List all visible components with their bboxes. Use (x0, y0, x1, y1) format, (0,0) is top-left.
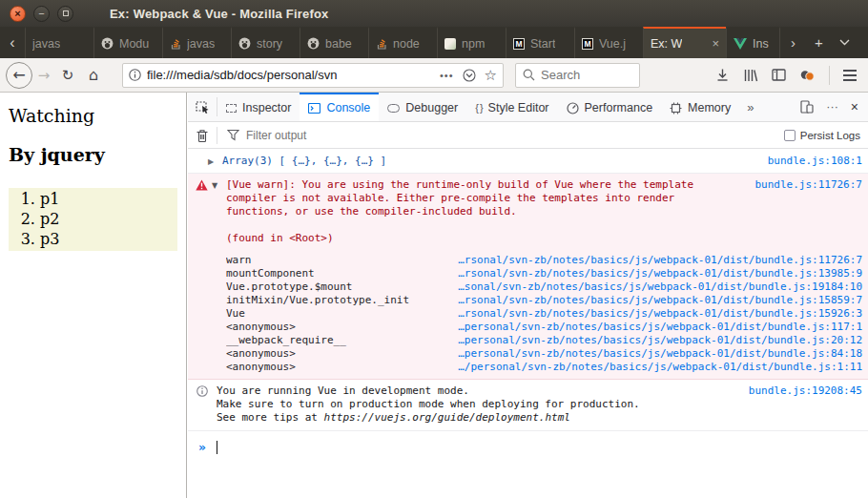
source-link[interactable]: bundle.js:11726:7 (754, 178, 862, 192)
window-controls: × − (10, 6, 73, 22)
filter-output-input[interactable] (246, 129, 784, 142)
stack-frame: mountComponent …rsonal/svn-zb/notes/basi… (226, 267, 862, 280)
memory-chip-icon (670, 102, 682, 114)
filter-funnel-icon[interactable] (227, 129, 239, 141)
prompt-chevrons-icon: » (198, 440, 206, 454)
stack-frame: <anonymous> …/personal/svn-zb/notes/basi… (226, 361, 862, 374)
info-message-line: See more tips at https://vuejs.org/guide… (217, 411, 862, 425)
menu-icon[interactable] (843, 70, 857, 81)
clear-console-trash-icon[interactable] (188, 129, 217, 142)
tab-list-dropdown-button[interactable] (832, 27, 858, 58)
tab-scroll-right-button[interactable]: › (780, 27, 806, 58)
console-input-row[interactable]: » (188, 431, 868, 454)
stack-source-link[interactable]: …sonal/svn-zb/notes/basics/js/webpack-01… (434, 280, 862, 294)
stack-source-link[interactable]: …rsonal/svn-zb/notes/basics/js/webpack-0… (434, 254, 862, 267)
url-bar[interactable]: ••• ☆ (122, 63, 504, 88)
stackoverflow-icon (170, 37, 181, 50)
stack-source-link[interactable]: …rsonal/svn-zb/notes/basics/js/webpack-0… (434, 307, 862, 321)
tab-installation-vue[interactable]: Ins (726, 27, 780, 58)
braces-icon: { } (475, 102, 482, 114)
toolbar-divider (829, 66, 830, 85)
list-item: p1 (40, 189, 177, 209)
stack-source-link[interactable]: …personal/svn-zb/notes/basics/js/webpack… (434, 347, 862, 361)
stack-source-link[interactable]: …personal/svn-zb/notes/basics/js/webpack… (434, 334, 862, 347)
deployment-url: https://vuejs.org/guide/deployment.html (324, 411, 570, 424)
stack-function: <anonymous> (226, 361, 434, 374)
collapse-caret-icon[interactable]: ▼ (212, 179, 217, 193)
window-titlebar: × − Ex: Webpack & Vue - Mozilla Firefox (0, 0, 868, 27)
inspector-icon (226, 104, 237, 113)
tab-close-icon[interactable]: × (712, 36, 719, 51)
page-actions-icon[interactable]: ••• (440, 70, 454, 81)
info-circle-icon (196, 385, 208, 397)
stack-source-link[interactable]: …rsonal/svn-zb/notes/basics/js/webpack-0… (434, 267, 862, 280)
vue-icon (734, 38, 747, 50)
window-minimize-button[interactable]: − (33, 6, 50, 22)
warning-message-line: functions, or use the compiler-included … (226, 205, 862, 218)
stack-frame: <anonymous> …personal/svn-zb/notes/basic… (226, 321, 862, 334)
array-preview-text[interactable]: Array(3) [ {…}, {…}, {…} ] (222, 155, 386, 167)
sidebar-toggle-icon[interactable] (772, 69, 786, 81)
tab-start-medium[interactable]: M Start (506, 27, 574, 58)
downloads-icon[interactable] (715, 68, 730, 82)
responsive-design-icon[interactable] (800, 100, 814, 114)
site-info-icon[interactable] (129, 69, 141, 81)
stack-source-link[interactable]: …personal/svn-zb/notes/basics/js/webpack… (434, 321, 862, 334)
performance-gauge-icon (567, 102, 579, 114)
tab-vuejs-medium[interactable]: M Vue.j (574, 27, 643, 58)
window-maximize-button[interactable] (57, 6, 73, 22)
devtools-tab-debugger[interactable]: Debugger (379, 93, 466, 121)
warning-message-line: compiler is not available. Either pre-co… (226, 192, 862, 205)
reload-button[interactable]: ↻ (55, 67, 80, 84)
console-log-array-row[interactable]: ▶ Array(3) [ {…}, {…}, {…} ] bundle.js:1… (188, 149, 868, 174)
tab-javascript-1[interactable]: javas (25, 27, 93, 58)
tab-modules-github[interactable]: Modu (93, 27, 162, 58)
source-link[interactable]: bundle.js:108:1 (768, 155, 862, 167)
home-button[interactable]: ⌂ (80, 66, 107, 84)
stack-source-link[interactable]: …/personal/svn-zb/notes/basics/js/webpac… (434, 361, 862, 374)
stack-frame: initMixin/Vue.prototype._init …rsonal/sv… (226, 294, 862, 307)
stack-frame: __webpack_require__ …personal/svn-zb/not… (226, 334, 862, 347)
tab-babel-github[interactable]: babe (300, 27, 368, 58)
library-icon[interactable] (743, 69, 758, 82)
devtools-tab-console[interactable]: Console (300, 93, 379, 121)
bookmark-star-icon[interactable]: ☆ (485, 67, 497, 84)
firefox-account-icon[interactable] (799, 69, 816, 82)
tab-story-github[interactable]: story (231, 27, 300, 58)
list-item: p2 (40, 209, 177, 229)
devtools-tab-performance[interactable]: Performance (558, 93, 662, 121)
tab-npm[interactable]: npm (437, 27, 506, 58)
tab-javascript-stackoverflow[interactable]: javas (162, 27, 231, 58)
search-icon (523, 69, 535, 81)
persist-logs-toggle[interactable]: Persist Logs (784, 130, 860, 141)
tab-node-stackoverflow[interactable]: node (368, 27, 437, 58)
new-tab-button[interactable]: + (806, 27, 832, 58)
tab-scroll-left-button[interactable]: ‹ (0, 27, 25, 58)
persist-logs-checkbox[interactable] (784, 130, 796, 141)
devtools-close-icon[interactable]: × (851, 99, 858, 114)
expand-caret-icon[interactable]: ▶ (208, 156, 214, 168)
back-button[interactable]: ← (6, 62, 32, 89)
devtools-tab-style-editor[interactable]: { } Style Editor (466, 93, 557, 121)
pick-element-icon[interactable] (188, 93, 217, 121)
window-close-button[interactable]: × (10, 6, 26, 22)
tab-active-webpack-vue[interactable]: Ex: W × (643, 27, 726, 58)
url-input[interactable] (147, 68, 434, 82)
source-link[interactable]: bundle.js:19208:45 (749, 384, 862, 398)
page-content: Watching By jquery p1 p2 p3 (0, 93, 187, 498)
stack-function: __webpack_require__ (226, 334, 434, 347)
text-cursor (217, 441, 217, 454)
devtools-menu-icon[interactable]: ··· (826, 100, 838, 114)
devtools-tab-inspector[interactable]: Inspector (217, 93, 300, 121)
forward-button[interactable]: → (32, 67, 55, 84)
more-tabs-button[interactable]: » (739, 93, 761, 121)
search-bar[interactable] (515, 63, 640, 88)
info-message-line: Make sure to turn on production mode whe… (217, 398, 862, 411)
stack-trace: warn …rsonal/svn-zb/notes/basics/js/webp… (226, 254, 862, 377)
pocket-icon[interactable] (463, 69, 476, 82)
medium-icon: M (582, 38, 593, 50)
devtools-toolbar: Inspector Console Debugger { } Style Edi… (188, 93, 868, 122)
devtools-tab-memory[interactable]: Memory (661, 93, 739, 121)
search-input[interactable] (541, 68, 632, 82)
stack-source-link[interactable]: …rsonal/svn-zb/notes/basics/js/webpack-0… (434, 294, 862, 307)
